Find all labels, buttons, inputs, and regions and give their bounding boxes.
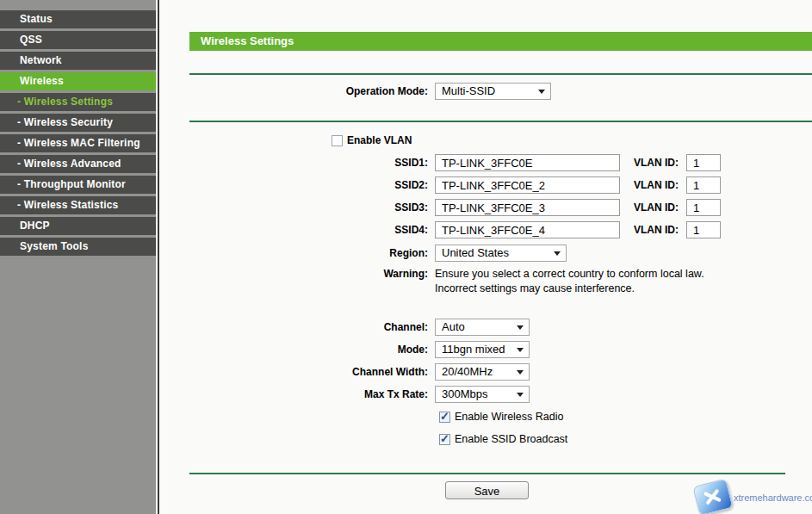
sidebar-item-throughput-monitor[interactable]: - Throughput Monitor bbox=[0, 176, 156, 194]
ssid2-label: SSID2: bbox=[159, 176, 428, 194]
sidebar-item-system-tools[interactable]: System Tools bbox=[0, 238, 156, 256]
operation-mode-select[interactable]: Multi-SSID bbox=[435, 83, 551, 100]
sidebar-item-wireless-security[interactable]: - Wireless Security bbox=[0, 114, 156, 132]
checkmark-icon: ✓ bbox=[440, 410, 449, 423]
section-divider-mid bbox=[189, 121, 812, 122]
enable-vlan-label: Enable VLAN bbox=[347, 134, 412, 146]
vlan-id-1-input[interactable] bbox=[686, 154, 721, 171]
operation-mode-label: Operation Mode: bbox=[159, 83, 428, 100]
sidebar-item-wireless-mac-filtering[interactable]: - Wireless MAC Filtering bbox=[0, 134, 156, 152]
operation-mode-value: Multi-SSID bbox=[442, 84, 495, 97]
dropdown-arrow-icon bbox=[517, 348, 524, 352]
page-title: Wireless Settings bbox=[189, 32, 812, 51]
mode-label: Mode: bbox=[159, 341, 428, 358]
router-admin-page: Status QSS Network Wireless - Wireless S… bbox=[0, 0, 812, 514]
mode-select[interactable]: 11bgn mixed bbox=[435, 341, 530, 358]
channel-value: Auto bbox=[442, 320, 465, 333]
enable-vlan-row: ✓ Enable VLAN bbox=[332, 134, 412, 146]
sidebar-item-network[interactable]: Network bbox=[0, 52, 156, 70]
watermark-text: xtremehardware.com bbox=[734, 492, 812, 503]
channel-width-select[interactable]: 20/40MHz bbox=[435, 363, 530, 381]
sidebar-menu: Status QSS Network Wireless - Wireless S… bbox=[0, 0, 156, 256]
vlan-id-3-input[interactable] bbox=[686, 199, 721, 216]
ssid4-input[interactable] bbox=[435, 221, 620, 238]
save-button[interactable]: Save bbox=[445, 481, 529, 499]
enable-wireless-radio-checkbox[interactable]: ✓ bbox=[439, 412, 450, 423]
dropdown-arrow-icon bbox=[554, 251, 561, 256]
max-tx-rate-label: Max Tx Rate: bbox=[159, 386, 428, 403]
max-tx-rate-value: 300Mbps bbox=[442, 387, 487, 400]
sidebar-item-wireless-statistics[interactable]: - Wireless Statistics bbox=[0, 196, 156, 214]
dropdown-arrow-icon bbox=[538, 90, 545, 94]
vlan-id-2-input[interactable] bbox=[686, 176, 721, 194]
channel-width-label: Channel Width: bbox=[159, 363, 428, 381]
ssid1-label: SSID1: bbox=[159, 154, 428, 171]
section-divider-bottom bbox=[189, 473, 785, 474]
warning-line-2: Incorrect settings may cause interferenc… bbox=[435, 282, 704, 296]
ssid1-input[interactable] bbox=[435, 154, 620, 171]
enable-vlan-checkbox[interactable]: ✓ bbox=[332, 135, 343, 146]
sidebar-item-wireless-settings[interactable]: - Wireless Settings bbox=[0, 93, 156, 111]
mode-value: 11bgn mixed bbox=[442, 343, 505, 356]
ssid3-label: SSID3: bbox=[159, 199, 428, 216]
warning-label: Warning: bbox=[159, 267, 428, 282]
max-tx-rate-select[interactable]: 300Mbps bbox=[435, 386, 530, 403]
region-label: Region: bbox=[159, 245, 428, 262]
vlan-id-3-label: VLAN ID: bbox=[624, 199, 679, 216]
vlan-id-4-input[interactable] bbox=[686, 221, 721, 238]
enable-ssid-broadcast-row: ✓ Enable SSID Broadcast bbox=[439, 433, 567, 445]
channel-width-value: 20/40MHz bbox=[442, 365, 493, 378]
content-panel: Wireless Settings Operation Mode: Multi-… bbox=[159, 0, 812, 514]
sidebar: Status QSS Network Wireless - Wireless S… bbox=[0, 0, 156, 514]
dropdown-arrow-icon bbox=[517, 370, 524, 375]
region-select[interactable]: United States bbox=[435, 245, 567, 262]
enable-wireless-radio-row: ✓ Enable Wireless Radio bbox=[439, 411, 563, 423]
ssid4-label: SSID4: bbox=[159, 221, 428, 238]
enable-ssid-broadcast-checkbox[interactable]: ✓ bbox=[439, 434, 450, 445]
sidebar-item-wireless-advanced[interactable]: - Wireless Advanced bbox=[0, 155, 156, 173]
sidebar-item-qss[interactable]: QSS bbox=[0, 31, 156, 49]
warning-text: Ensure you select a correct country to c… bbox=[435, 267, 704, 296]
section-divider-top bbox=[189, 73, 812, 75]
channel-select[interactable]: Auto bbox=[435, 319, 530, 336]
dropdown-arrow-icon bbox=[517, 393, 524, 397]
sidebar-item-status[interactable]: Status bbox=[0, 10, 156, 28]
xtremehardware-logo-icon bbox=[692, 479, 733, 514]
dropdown-arrow-icon bbox=[517, 325, 524, 330]
vlan-id-2-label: VLAN ID: bbox=[624, 176, 679, 194]
checkmark-icon: ✓ bbox=[440, 432, 449, 445]
enable-ssid-broadcast-label: Enable SSID Broadcast bbox=[455, 433, 567, 445]
sidebar-item-wireless[interactable]: Wireless bbox=[0, 72, 156, 90]
ssid2-input[interactable] bbox=[435, 176, 620, 194]
vlan-id-1-label: VLAN ID: bbox=[624, 154, 679, 171]
ssid3-input[interactable] bbox=[435, 199, 620, 216]
vlan-id-4-label: VLAN ID: bbox=[624, 221, 679, 238]
sidebar-item-dhcp[interactable]: DHCP bbox=[0, 217, 156, 235]
channel-label: Channel: bbox=[159, 319, 428, 336]
warning-line-1: Ensure you select a correct country to c… bbox=[435, 267, 704, 282]
enable-wireless-radio-label: Enable Wireless Radio bbox=[455, 411, 563, 423]
region-value: United States bbox=[442, 246, 509, 259]
